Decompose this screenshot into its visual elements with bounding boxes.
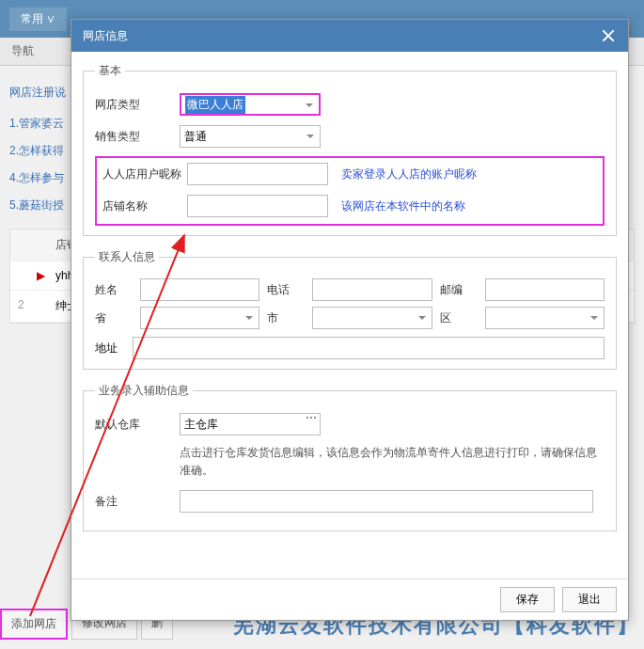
aux-legend: 业务录入辅助信息	[95, 383, 193, 399]
warehouse-label: 默认仓库	[95, 417, 180, 433]
tab-common[interactable]: 常用 ∨	[9, 8, 67, 31]
zip-label: 邮编	[440, 282, 478, 298]
remark-input[interactable]	[180, 490, 593, 513]
modal-body: 基本 网店类型 微巴人人店 销售类型 普通 人人店用户昵称 卖家登录人人店的账户…	[71, 52, 628, 578]
shop-info-modal: 网店信息 基本 网店类型 微巴人人店 销售类型 普通 人人店用户昵称	[71, 19, 629, 621]
name-label: 姓名	[95, 282, 133, 298]
nickname-input[interactable]	[187, 163, 328, 185]
modal-title-text: 网店信息	[83, 28, 128, 44]
remark-label: 备注	[95, 494, 180, 510]
district-select[interactable]	[485, 307, 605, 329]
sale-type-label: 销售类型	[95, 129, 180, 145]
district-label: 区	[440, 310, 478, 326]
exit-button[interactable]: 退出	[562, 587, 617, 612]
province-label: 省	[95, 310, 133, 326]
phone-input[interactable]	[312, 278, 432, 301]
name-input[interactable]	[140, 278, 259, 301]
modal-title-bar: 网店信息	[71, 20, 628, 52]
add-shop-tab[interactable]: 添加网店	[0, 609, 68, 640]
aux-fieldset: 业务录入辅助信息 默认仓库 主仓库 点击进行仓库发货信息编辑，该信息会作为物流单…	[83, 383, 617, 531]
shop-type-select[interactable]: 微巴人人店	[180, 93, 321, 116]
save-button[interactable]: 保存	[500, 587, 555, 612]
basic-legend: 基本	[95, 63, 125, 79]
contact-legend: 联系人信息	[95, 249, 159, 265]
shopname-input[interactable]	[187, 195, 328, 217]
shopname-hint: 该网店在本软件中的名称	[341, 198, 465, 214]
warehouse-select[interactable]: 主仓库	[180, 413, 321, 435]
sale-type-select[interactable]: 普通	[180, 125, 321, 148]
address-label: 地址	[95, 340, 133, 356]
address-input[interactable]	[133, 337, 605, 359]
more-icon	[306, 417, 316, 419]
shopname-label: 店铺名称	[102, 198, 187, 214]
warehouse-note: 点击进行仓库发货信息编辑，该信息会作为物流单寄件人信息进行打印，请确保信息准确。	[180, 444, 605, 480]
nickname-hint: 卖家登录人人店的账户昵称	[341, 166, 477, 182]
phone-label: 电话	[267, 282, 305, 298]
nickname-label: 人人店用户昵称	[102, 166, 187, 182]
city-select[interactable]	[312, 307, 432, 329]
modal-footer: 保存 退出	[71, 578, 628, 620]
close-icon[interactable]	[600, 27, 617, 44]
zip-input[interactable]	[485, 278, 605, 301]
basic-fieldset: 基本 网店类型 微巴人人店 销售类型 普通 人人店用户昵称 卖家登录人人店的账户…	[83, 63, 617, 236]
shop-type-label: 网店类型	[95, 97, 180, 113]
contact-fieldset: 联系人信息 姓名 电话 邮编 省 市 区 地址	[83, 249, 617, 370]
city-label: 市	[267, 310, 305, 326]
province-select[interactable]	[140, 307, 259, 329]
